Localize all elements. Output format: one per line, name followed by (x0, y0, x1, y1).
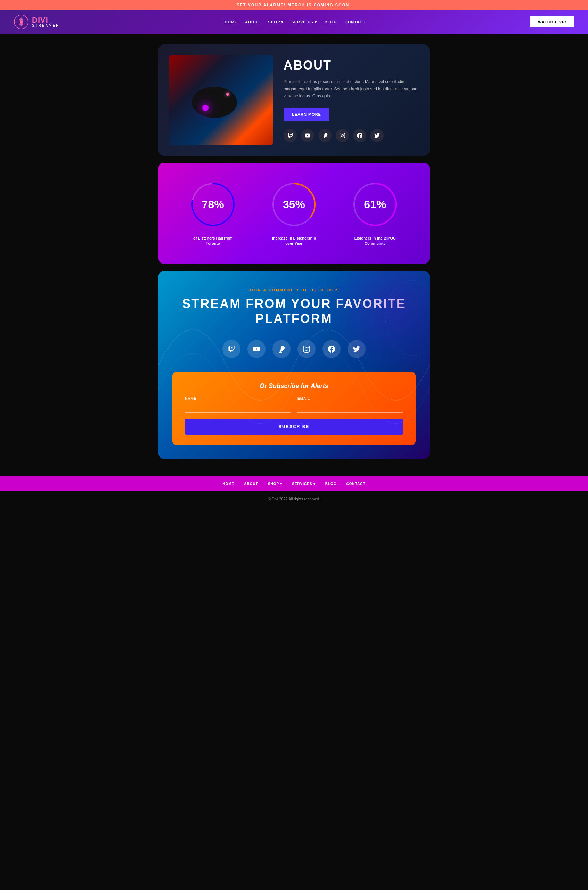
footer-services-chevron: ▾ (314, 482, 315, 486)
about-title: ABOUT (284, 58, 419, 73)
stream-subtitle: JOIN A COMMUNITY OF OVER 200K (172, 288, 416, 292)
subscribe-title: Or Subscribe for Alerts (185, 383, 403, 390)
name-input-group: NAME (185, 397, 291, 413)
footer-nav-shop[interactable]: SHOP ▾ (268, 482, 282, 486)
stat-circle-3: 61% (351, 180, 399, 229)
nav-contact[interactable]: CONTACT (345, 20, 366, 24)
stream-social-icons (172, 340, 416, 358)
stream-section: JOIN A COMMUNITY OF OVER 200K STREAM FRO… (159, 271, 429, 459)
learn-more-button[interactable]: LEARN MORE (284, 108, 330, 121)
watch-live-button[interactable]: WATCH LIVE! (530, 17, 574, 27)
about-image-placeholder (169, 55, 273, 145)
header: DIVI STREAMER HOME ABOUT SHOP ▾ SERVICES… (0, 10, 588, 34)
banner-text: SET YOUR ALARMS! MERCH IS COMING SOON! (237, 3, 351, 7)
services-chevron: ▾ (315, 20, 317, 24)
logo-brand: DIVI (32, 17, 60, 24)
email-input-group: EMAIL (297, 397, 403, 413)
about-facebook-icon[interactable] (353, 129, 366, 142)
logo-icon (14, 15, 28, 29)
stat-label-3: Listeners in the BIPOC Community (352, 236, 398, 246)
about-card: ABOUT Praesent faucibus posuere turpis e… (159, 45, 429, 156)
footer-nav: HOME ABOUT SHOP ▾ SERVICES ▾ BLOG CONTAC… (0, 476, 588, 491)
about-image (169, 55, 273, 145)
stream-twitter-icon[interactable] (348, 340, 366, 358)
about-social-icons (284, 129, 419, 142)
stat-label-1: of Listeners Hail from Toronto (190, 236, 236, 246)
svg-point-9 (372, 271, 429, 374)
footer-nav-home[interactable]: HOME (222, 482, 234, 486)
footer-shop-chevron: ▾ (280, 482, 282, 486)
footer: HOME ABOUT SHOP ▾ SERVICES ▾ BLOG CONTAC… (0, 476, 588, 508)
stat-item-1: 78% of Listeners Hail from Toronto (189, 180, 237, 246)
logo-subtitle: STREAMER (32, 24, 60, 27)
footer-nav-blog[interactable]: BLOG (325, 482, 337, 486)
shop-chevron: ▾ (281, 20, 284, 24)
about-content: ABOUT Praesent faucibus posuere turpis e… (284, 58, 419, 142)
nav-blog[interactable]: BLOG (325, 20, 337, 24)
stream-patreon-icon[interactable] (273, 340, 291, 358)
about-patreon-icon[interactable] (318, 129, 332, 142)
stat-item-3: 61% Listeners in the BIPOC Community (351, 180, 399, 246)
subscribe-button[interactable]: SUBSCRIBE (185, 419, 403, 435)
about-twitter-icon[interactable] (370, 129, 384, 142)
subscribe-inputs: NAME EMAIL (185, 397, 403, 413)
main-nav: HOME ABOUT SHOP ▾ SERVICES ▾ BLOG CONTAC… (225, 20, 365, 24)
stream-title: STREAM FROM YOUR FAVORITEPLATFORM (172, 296, 416, 326)
stream-youtube-icon[interactable] (248, 340, 266, 358)
stat-value-1: 78% (202, 198, 224, 211)
svg-point-1 (20, 21, 22, 23)
nav-about[interactable]: ABOUT (245, 20, 260, 24)
subscribe-box: Or Subscribe for Alerts NAME EMAIL SUBSC… (172, 372, 416, 445)
footer-copyright: © Divi 2022 All rights reserved. (0, 497, 588, 508)
stat-label-2: Increase in Listenership over Year (272, 236, 316, 246)
nav-shop[interactable]: SHOP ▾ (268, 20, 284, 24)
email-label: EMAIL (297, 397, 403, 401)
stream-facebook-icon[interactable] (322, 340, 340, 358)
stream-twitch-icon[interactable] (222, 340, 240, 358)
stats-section: 78% of Listeners Hail from Toronto 35% I… (159, 163, 429, 264)
about-description: Praesent faucibus posuere turpis et dict… (284, 78, 419, 99)
logo: DIVI STREAMER (14, 15, 60, 29)
footer-nav-contact[interactable]: CONTACT (346, 482, 366, 486)
footer-nav-services[interactable]: SERVICES ▾ (292, 482, 315, 486)
name-label: NAME (185, 397, 291, 401)
nav-services[interactable]: SERVICES ▾ (291, 20, 316, 24)
about-youtube-icon[interactable] (301, 129, 314, 142)
name-input[interactable] (185, 402, 291, 413)
stat-item-2: 35% Increase in Listenership over Year (270, 180, 318, 246)
top-banner: SET YOUR ALARMS! MERCH IS COMING SOON! (0, 0, 588, 10)
nav-home[interactable]: HOME (225, 20, 237, 24)
stream-instagram-icon[interactable] (297, 340, 315, 358)
about-instagram-icon[interactable] (336, 129, 349, 142)
about-twitch-icon[interactable] (284, 129, 297, 142)
stat-circle-1: 78% (189, 180, 237, 229)
stat-value-3: 61% (364, 198, 386, 211)
svg-point-8 (386, 280, 429, 356)
stat-value-2: 35% (283, 198, 305, 211)
main-content: ABOUT Praesent faucibus posuere turpis e… (152, 34, 436, 476)
logo-text: DIVI STREAMER (32, 17, 60, 27)
footer-nav-about[interactable]: ABOUT (244, 482, 258, 486)
email-input[interactable] (297, 402, 403, 413)
stat-circle-2: 35% (270, 180, 318, 229)
